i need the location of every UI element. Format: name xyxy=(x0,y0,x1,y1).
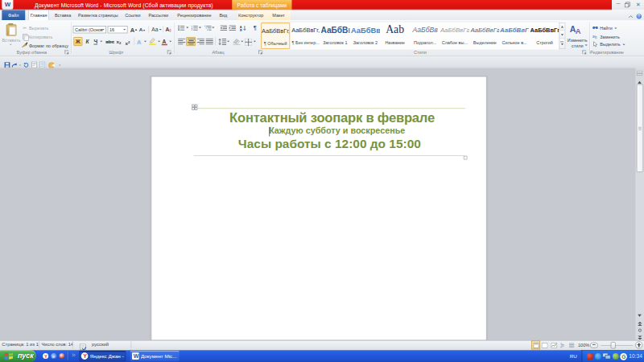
svg-text:3: 3 xyxy=(192,28,193,31)
svg-text:b: b xyxy=(595,35,597,39)
svg-text:Я: Я xyxy=(240,28,242,31)
